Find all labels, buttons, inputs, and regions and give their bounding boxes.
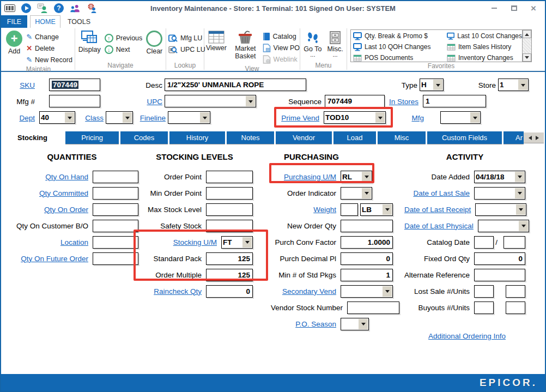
person-globe-icon[interactable] xyxy=(86,3,97,13)
min-order-point-input[interactable] xyxy=(206,187,253,200)
favorite-inventory-changes[interactable]: Inventory Changes xyxy=(447,52,522,63)
tab-tools[interactable]: TOOLS xyxy=(63,15,95,28)
safety-stock-input[interactable] xyxy=(206,220,253,232)
in-stores-link[interactable]: In Stores xyxy=(383,98,418,106)
prime-vend-link[interactable]: Prime Vend xyxy=(278,114,319,122)
in-stores-input[interactable]: 1 xyxy=(423,95,486,107)
favorite-item-sales-history[interactable]: Item Sales History xyxy=(447,41,522,52)
upc-link[interactable]: UPC xyxy=(138,98,162,106)
tab-load[interactable]: Load xyxy=(333,131,376,144)
po-season-dropdown[interactable] xyxy=(341,318,369,330)
class-link[interactable]: Class xyxy=(81,114,104,122)
fineline-dropdown[interactable] xyxy=(168,111,210,124)
previous-button[interactable]: ↑Previous xyxy=(105,32,143,44)
tab-vendor[interactable]: Vendor xyxy=(276,131,332,144)
close-button[interactable]: ✕ xyxy=(530,4,537,12)
sequence-input[interactable]: 707449 xyxy=(325,95,385,107)
chat-person-icon[interactable] xyxy=(37,3,48,13)
dept-link[interactable]: Dept xyxy=(5,114,35,122)
buyouts-units-input[interactable] xyxy=(506,301,525,314)
date-last-sale-dropdown[interactable] xyxy=(474,187,525,200)
display-button[interactable]: Display xyxy=(77,30,102,54)
alternate-reference-input[interactable] xyxy=(474,269,525,281)
dept-dropdown[interactable]: 40 xyxy=(39,111,75,124)
new-order-qty-input[interactable] xyxy=(341,220,393,232)
weblink-button[interactable]: Weblink xyxy=(263,53,300,65)
help-icon[interactable]: ? xyxy=(53,3,64,13)
date-last-receipt-dropdown[interactable] xyxy=(475,203,526,216)
date-last-sale-link[interactable]: Date of Last Sale xyxy=(404,189,474,197)
mfg-number-input[interactable] xyxy=(49,95,100,107)
tab-history[interactable]: History xyxy=(169,131,225,144)
view-po-button[interactable]: View PO xyxy=(263,42,300,53)
class-dropdown[interactable] xyxy=(106,111,133,124)
tab-scroll-left-icon[interactable] xyxy=(526,136,532,140)
play-icon[interactable] xyxy=(21,3,32,13)
weight-link[interactable]: Weight xyxy=(271,206,341,214)
vendor-stock-number-input[interactable] xyxy=(347,301,399,314)
qty-committed-link[interactable]: Qty Committed xyxy=(5,189,93,197)
tab-file[interactable]: FILE xyxy=(1,15,27,28)
fixed-ord-qty-input[interactable]: 0 xyxy=(474,252,525,265)
fineline-link[interactable]: Fineline xyxy=(132,114,166,122)
qty-future-order-input[interactable] xyxy=(93,252,138,265)
scroll-down-button[interactable] xyxy=(523,53,531,62)
sku-link[interactable]: SKU xyxy=(5,81,35,89)
qty-on-hand-input[interactable] xyxy=(93,171,138,183)
location-input[interactable] xyxy=(93,236,138,249)
mfg-link[interactable]: Mfg xyxy=(404,114,424,122)
stocking-um-dropdown[interactable]: FT xyxy=(221,236,253,249)
date-last-physical-dropdown[interactable] xyxy=(478,220,529,232)
prime-vend-dropdown[interactable]: TOD10 xyxy=(324,111,386,124)
weight-unit-dropdown[interactable]: LB xyxy=(360,203,393,216)
secondary-vend-dropdown[interactable] xyxy=(341,285,393,298)
qty-customer-bo-input[interactable] xyxy=(93,220,138,232)
delete-button[interactable]: ✕Delete xyxy=(26,43,72,54)
maximize-button[interactable] xyxy=(510,4,518,12)
secondary-vend-link[interactable]: Secondary Vend xyxy=(271,287,341,295)
upc-dropdown[interactable] xyxy=(165,95,256,107)
market-basket-button[interactable]: Market Basket xyxy=(230,30,260,61)
mfg-lu-button[interactable]: Mfg LU xyxy=(168,32,205,44)
catalog-date-month-input[interactable] xyxy=(474,236,494,249)
location-link[interactable]: Location xyxy=(5,238,93,246)
tab-clipped[interactable]: Ar xyxy=(503,131,524,144)
clear-button[interactable]: Clear xyxy=(144,30,164,56)
tab-pricing[interactable]: Pricing xyxy=(65,131,119,144)
misc-button[interactable]: Misc. ... xyxy=(325,30,344,56)
purchasing-um-dropdown[interactable]: RL xyxy=(341,171,372,183)
qty-on-hand-link[interactable]: Qty On Hand xyxy=(5,173,93,181)
upc-lu-button[interactable]: UPC LU xyxy=(168,44,205,55)
date-last-receipt-link[interactable]: Date of Last Receipt xyxy=(404,206,475,214)
raincheck-qty-input[interactable]: 0 xyxy=(206,285,253,298)
standard-pack-input[interactable]: 125 xyxy=(206,252,253,265)
catalog-button[interactable]: Catalog xyxy=(263,31,300,42)
favorite-last-10-qoh-changes[interactable]: Last 10 QOH Changes xyxy=(353,41,447,52)
purch-conv-factor-input[interactable]: 1.0000 xyxy=(341,236,393,249)
store-dropdown[interactable]: 1 xyxy=(498,79,529,91)
users-icon[interactable] xyxy=(70,3,81,13)
qty-on-order-input[interactable] xyxy=(93,203,138,216)
tab-misc[interactable]: Misc xyxy=(378,131,426,144)
lost-sale-number-input[interactable] xyxy=(474,285,494,298)
tab-stocking[interactable]: Stocking xyxy=(1,131,64,144)
lost-sale-units-input[interactable] xyxy=(506,285,525,298)
next-button[interactable]: ↓Next xyxy=(105,44,143,55)
tab-home[interactable]: HOME xyxy=(30,15,60,28)
tab-notes[interactable]: Notes xyxy=(227,131,274,144)
order-multiple-input[interactable]: 125 xyxy=(206,269,253,281)
desc-input[interactable]: 1/2"X250' UNMANILA ROPE xyxy=(165,79,306,91)
favorites-scrollbar[interactable] xyxy=(522,30,531,62)
add-button[interactable]: + Add xyxy=(4,30,24,56)
stocking-um-link[interactable]: Stocking U/M xyxy=(136,238,221,246)
qty-on-order-link[interactable]: Qty On Order xyxy=(5,206,93,214)
type-dropdown[interactable]: H xyxy=(420,79,444,91)
qty-future-order-link[interactable]: Qty On Future Order xyxy=(5,255,93,263)
buyouts-number-input[interactable] xyxy=(474,301,494,314)
mfg-dropdown[interactable] xyxy=(440,111,481,124)
tab-codes[interactable]: Codes xyxy=(120,131,168,144)
tab-custom-fields[interactable]: Custom Fields xyxy=(427,131,502,144)
date-last-physical-link[interactable]: Date of Last Physical xyxy=(404,222,478,230)
change-button[interactable]: ✎Change xyxy=(26,31,72,43)
order-point-input[interactable] xyxy=(206,171,253,183)
